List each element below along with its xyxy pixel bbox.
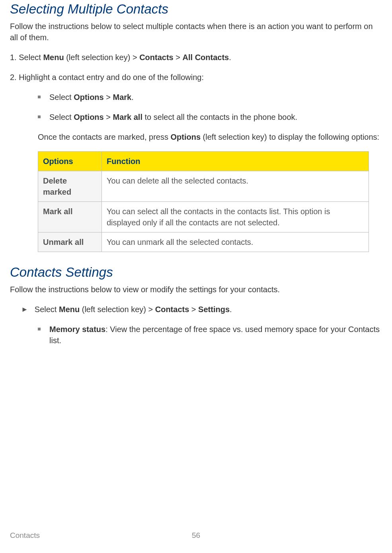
footer-section-name: Contacts	[10, 530, 40, 541]
arrow-pre: Select	[35, 305, 59, 314]
square-bullet-icon	[38, 328, 41, 330]
step-2: 2. Highlight a contact entry and do one …	[10, 72, 382, 83]
step1-gt2: >	[174, 53, 183, 62]
list-item: Memory status: View the percentage of fr…	[38, 324, 382, 346]
bullet1-options: Options	[74, 93, 104, 102]
options-table: Options Function Delete marked You can d…	[38, 151, 369, 252]
arrow-after-menu: (left selection key) >	[80, 305, 155, 314]
arrow-settings: Settings	[198, 305, 230, 314]
intro-paragraph-2: Follow the instructions below to view or…	[10, 284, 382, 295]
arrow-period: .	[230, 305, 232, 314]
cell-function-delete-marked: You can delete all the selected contacts…	[102, 171, 369, 202]
memory-status-text: Memory status: View the percentage of fr…	[49, 324, 382, 346]
bullet2-pre: Select	[49, 113, 74, 121]
once-options: Options	[171, 133, 201, 141]
intro-paragraph-1: Follow the instructions below to select …	[10, 21, 382, 43]
step1-prefix: 1. Select	[10, 53, 43, 62]
table-row: Mark all You can select all the contacts…	[38, 202, 369, 233]
square-bullet-icon	[38, 115, 41, 118]
step-1: 1. Select Menu (left selection key) > Co…	[10, 52, 382, 63]
table-row: Unmark all You can unmark all the select…	[38, 233, 369, 252]
bullet2-gt: >	[104, 113, 113, 121]
once-rest: (left selection key) to display the foll…	[201, 133, 379, 141]
bullet1-period: .	[131, 93, 134, 102]
cell-option-mark-all: Mark all	[38, 202, 102, 233]
bullet2-options: Options	[74, 113, 104, 121]
bullet2-markall: Mark all	[113, 113, 142, 121]
step1-contacts: Contacts	[139, 53, 174, 62]
th-function: Function	[102, 152, 369, 171]
once-pre: Once the contacts are marked, press	[38, 133, 171, 141]
step1-all-contacts: All Contacts	[183, 53, 229, 62]
cell-function-mark-all: You can select all the contacts in the c…	[102, 202, 369, 233]
arrow-right-icon: ►	[21, 305, 28, 315]
arrow-step: ► Select Menu (left selection key) > Con…	[21, 304, 382, 315]
bullet1-pre: Select	[49, 93, 74, 102]
sub-bullet-list: Select Options > Mark. Select Options > …	[38, 92, 382, 123]
bullet1-gt: >	[104, 93, 113, 102]
table-header-row: Options Function	[38, 152, 369, 171]
page-footer: Contacts 56	[10, 530, 382, 541]
step1-after-menu: (left selection key) >	[64, 53, 140, 62]
bullet1-mark: Mark	[113, 93, 132, 102]
section-heading-selecting: Selecting Multiple Contacts	[10, 0, 382, 18]
bullet-2-text: Select Options > Mark all to select all …	[49, 111, 297, 123]
step1-period: .	[229, 53, 231, 62]
footer-page-number: 56	[192, 530, 200, 541]
list-item: Select Options > Mark all to select all …	[38, 111, 382, 123]
once-marked-text: Once the contacts are marked, press Opti…	[38, 131, 382, 143]
memory-status-label: Memory status	[49, 325, 105, 334]
step1-menu: Menu	[43, 53, 64, 62]
square-bullet-icon	[38, 96, 41, 98]
section-heading-settings: Contacts Settings	[10, 263, 382, 281]
arrow-menu: Menu	[59, 305, 80, 314]
bullet-1-text: Select Options > Mark.	[49, 92, 134, 103]
arrow-step-text: Select Menu (left selection key) > Conta…	[35, 304, 232, 315]
list-item: Select Options > Mark.	[38, 92, 382, 103]
bullet2-rest: to select all the contacts in the phone …	[142, 113, 297, 121]
th-options: Options	[38, 152, 102, 171]
cell-option-unmark-all: Unmark all	[38, 233, 102, 252]
cell-option-delete-marked: Delete marked	[38, 171, 102, 202]
memory-status-list: Memory status: View the percentage of fr…	[38, 324, 382, 346]
arrow-contacts: Contacts	[155, 305, 189, 314]
arrow-gt2: >	[189, 305, 198, 314]
table-row: Delete marked You can delete all the sel…	[38, 171, 369, 202]
cell-function-unmark-all: You can unmark all the selected contacts…	[102, 233, 369, 252]
